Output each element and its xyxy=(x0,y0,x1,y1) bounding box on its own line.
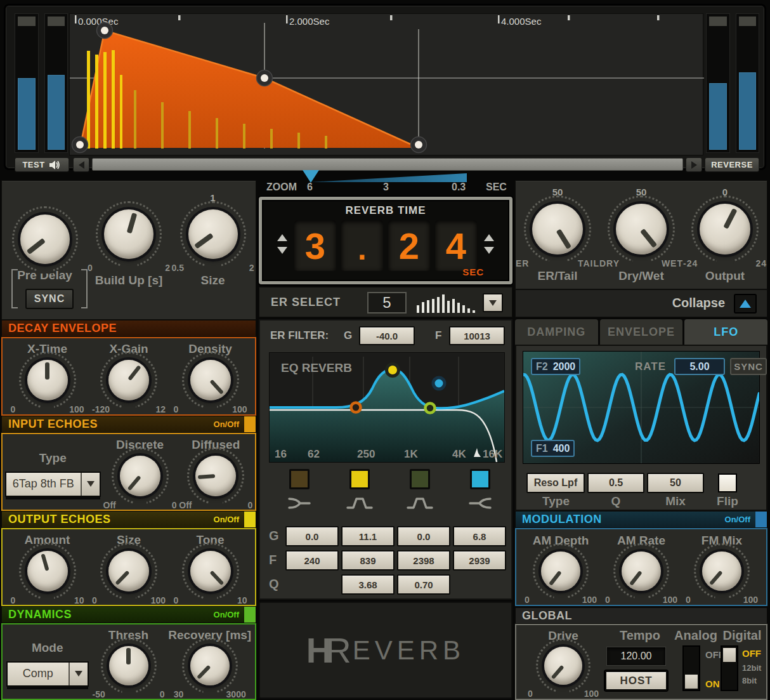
knob-face xyxy=(27,360,68,400)
tab-lfo[interactable]: LFO xyxy=(684,319,767,345)
zoom-handle-icon[interactable] xyxy=(303,170,319,183)
output-knob[interactable] xyxy=(700,204,750,254)
low-shelf-icon[interactable] xyxy=(285,496,313,511)
collapse-bar: Collapse xyxy=(515,289,767,317)
band3-q[interactable]: 0.70 xyxy=(397,574,450,595)
digital-toggle-handle[interactable] xyxy=(723,648,736,662)
sync-bracket-right xyxy=(81,269,88,308)
er-select-value[interactable]: 5 xyxy=(367,292,407,314)
er-select-row: ER SELECT 5 xyxy=(259,287,512,317)
eq-band2-handle[interactable] xyxy=(387,364,399,376)
lfo-filter-type-value[interactable]: Reso Lpf xyxy=(526,473,585,493)
reverb-time-spinner-right[interactable] xyxy=(484,234,494,254)
lfo-waveform-display[interactable]: F2 2000 RATE 5.00 SYNC F1 400 xyxy=(523,351,760,464)
host-button[interactable]: HOST xyxy=(605,671,667,690)
reverb-time-digit-3[interactable]: 4 xyxy=(435,220,477,271)
am-depth-knob[interactable] xyxy=(541,551,580,591)
discrete-knob[interactable] xyxy=(120,456,160,496)
collapse-button[interactable] xyxy=(734,294,757,314)
band1-color-swatch[interactable] xyxy=(289,469,310,489)
drive-knob[interactable] xyxy=(544,647,582,685)
zoom-control[interactable]: ZOOM 6 3 0.3 SEC xyxy=(258,169,514,195)
dynamics-onoff-toggle[interactable] xyxy=(244,607,256,623)
test-button[interactable]: TEST xyxy=(15,157,69,172)
tab-envelope[interactable]: ENVELOPE xyxy=(600,319,683,345)
band2-q[interactable]: 3.68 xyxy=(341,574,395,595)
analog-toggle-handle[interactable] xyxy=(685,675,698,689)
reverb-envelope-display[interactable]: 0.000Sec 2.000Sec 4.000Sec xyxy=(69,13,703,155)
bell-filter-icon[interactable] xyxy=(346,496,374,511)
er-filter-freq-value[interactable]: 10013 xyxy=(449,326,505,345)
tone-knob-group: Tone010 xyxy=(174,529,247,605)
er-select-dropdown-button[interactable] xyxy=(483,293,503,312)
band1-freq[interactable]: 240 xyxy=(285,550,339,571)
lfo-sync-button[interactable]: SYNC xyxy=(730,358,767,375)
spin-down-icon[interactable] xyxy=(484,247,494,254)
tone-knob[interactable] xyxy=(190,551,231,591)
lfo-filter-q-value[interactable]: 0.5 xyxy=(587,473,644,493)
density-knob[interactable] xyxy=(190,360,231,400)
eq-band3-handle[interactable] xyxy=(426,404,435,413)
x-gain-knob[interactable] xyxy=(108,360,149,400)
build-up-s-knob[interactable] xyxy=(104,209,153,259)
amount-knob[interactable] xyxy=(27,551,68,591)
digital-toggle[interactable] xyxy=(721,645,738,691)
lfo-f2-box[interactable]: F2 2000 xyxy=(531,358,580,375)
spin-down-icon[interactable] xyxy=(277,247,287,254)
input-type-dropdown-button[interactable] xyxy=(81,473,100,496)
reverb-time-digit-1[interactable]: 3 xyxy=(294,220,336,271)
dry-wet-knob[interactable] xyxy=(616,204,667,254)
reverse-button[interactable]: REVERSE xyxy=(705,157,759,172)
thresh-knob[interactable] xyxy=(109,646,148,685)
reverb-time-spinner-left[interactable] xyxy=(277,234,287,254)
band3-gain[interactable]: 0.0 xyxy=(397,526,450,546)
knob-face xyxy=(532,204,583,254)
band2-freq[interactable]: 839 xyxy=(341,550,395,571)
band2-color-swatch[interactable] xyxy=(349,469,370,489)
lfo-rate-value[interactable]: 5.00 xyxy=(674,358,725,375)
bell-filter-icon[interactable] xyxy=(406,496,434,511)
tab-damping[interactable]: DAMPING xyxy=(515,319,598,345)
am-rate-knob[interactable] xyxy=(622,551,661,591)
size-knob[interactable] xyxy=(108,551,149,591)
band3-color-swatch[interactable] xyxy=(410,469,430,489)
er-tail-knob[interactable] xyxy=(532,204,583,254)
band4-gain[interactable]: 6.8 xyxy=(453,526,506,546)
tempo-value[interactable]: 120.00 xyxy=(606,647,666,666)
eq-band1-handle[interactable] xyxy=(351,403,361,413)
band1-gain[interactable]: 0.0 xyxy=(285,526,339,546)
lfo-flip-toggle[interactable] xyxy=(718,473,737,492)
recovery-ms-knob[interactable] xyxy=(190,646,230,685)
dynamics-mode-dropdown[interactable]: Comp xyxy=(6,661,89,687)
input-type-dropdown[interactable]: 6Tap 8th FB xyxy=(5,472,101,497)
input-echoes-onoff-toggle[interactable] xyxy=(244,416,256,432)
eq-band4-handle[interactable] xyxy=(433,378,445,389)
eq-reverb-graph[interactable]: EQ REVERB 16 62 250 1K 4K 16K xyxy=(269,352,505,463)
scroll-left-button[interactable] xyxy=(73,157,89,172)
reverb-time-digit-2[interactable]: 2 xyxy=(388,220,430,271)
lfo-filter-mix-value[interactable]: 50 xyxy=(647,473,704,493)
band3-freq[interactable]: 2398 xyxy=(397,550,450,571)
band4-color-swatch[interactable] xyxy=(470,469,490,489)
high-shelf-icon[interactable] xyxy=(466,496,494,511)
predelay-sync-button[interactable]: SYNC xyxy=(25,289,74,309)
fm-mix-knob[interactable] xyxy=(702,551,741,591)
output-echoes-onoff-toggle[interactable] xyxy=(244,512,256,527)
modulation-onoff-toggle[interactable] xyxy=(755,512,767,527)
meter-output-right xyxy=(736,13,760,153)
spin-up-icon[interactable] xyxy=(277,234,287,241)
er-filter-gain-value[interactable]: -40.0 xyxy=(359,326,415,345)
diffused-knob[interactable] xyxy=(195,456,236,496)
spin-up-icon[interactable] xyxy=(484,234,494,241)
scroll-right-button[interactable] xyxy=(686,157,702,172)
band2-gain[interactable]: 11.1 xyxy=(341,526,395,546)
dynamics-mode-dropdown-button[interactable] xyxy=(69,663,88,685)
f2-value: 2000 xyxy=(553,361,576,373)
x-time-knob[interactable] xyxy=(27,360,68,400)
size-knob[interactable] xyxy=(188,209,238,259)
lfo-f1-box[interactable]: F1 400 xyxy=(531,440,575,457)
analog-toggle[interactable] xyxy=(682,645,700,691)
pre-delay-knob[interactable] xyxy=(20,215,70,264)
band4-freq[interactable]: 2939 xyxy=(453,550,506,571)
output-level-meters xyxy=(706,13,759,153)
